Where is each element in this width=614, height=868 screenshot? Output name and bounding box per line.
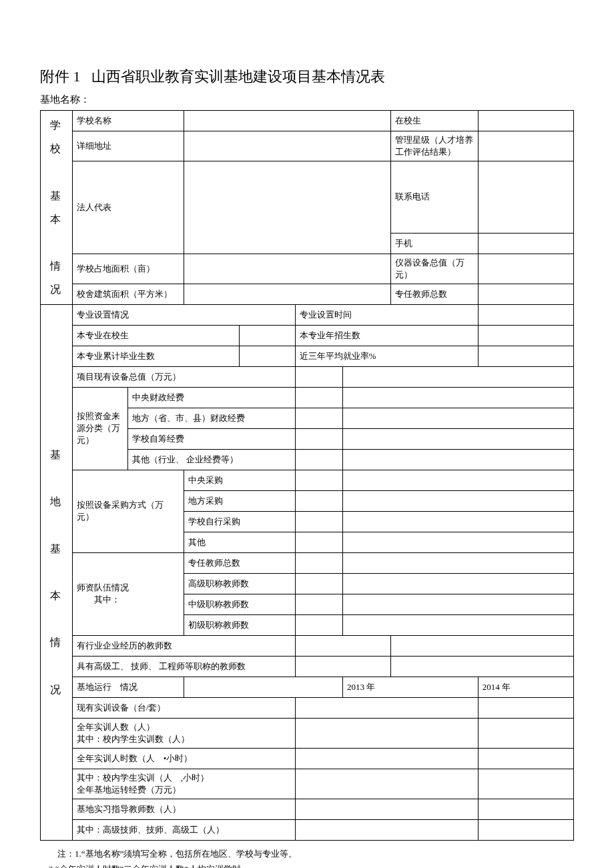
value-purchase-school2[interactable] — [343, 511, 574, 532]
section-base-basic: 基地基本情况 — [41, 304, 73, 840]
label-purchase-school: 学校自行采购 — [184, 511, 295, 532]
label-t-industry: 有行业企业经历的教师数 — [72, 635, 295, 656]
label-school-name: 学校名称 — [72, 111, 184, 131]
value-train-in-hours-y2[interactable] — [478, 769, 573, 799]
value-t-mid[interactable] — [295, 594, 343, 614]
value-t-senior[interactable] — [295, 573, 343, 594]
label-guide-senior: 其中：高级技师、技师、高级工（人） — [72, 819, 295, 840]
value-fund-school[interactable] — [295, 428, 343, 449]
label-fulltime-teachers: 专任教师总数 — [390, 284, 478, 304]
label-year1: 2013 年 — [343, 677, 479, 697]
label-t-mid: 中级职称教师数 — [184, 594, 295, 614]
label-fund-local: 地方（省、市、县）财政经费 — [128, 408, 295, 428]
base-name-label: 基地名称： — [40, 93, 574, 106]
label-guide-teachers: 基地实习指导教师数（人） — [72, 799, 295, 819]
value-train-people-y1[interactable] — [295, 718, 478, 748]
value-school-name[interactable] — [184, 111, 390, 131]
label-mgmt-star: 管理星级（人才培养工作评估结果） — [390, 131, 478, 161]
label-train-people: 全年实训人数（人） 其中：校内学生实训数（人） — [72, 718, 295, 748]
value-t-mid2[interactable] — [343, 594, 574, 614]
value-building-area[interactable] — [184, 284, 390, 304]
label-faculty: 师资队伍情况 其中： — [72, 552, 184, 635]
value-t-fulltime[interactable] — [295, 552, 343, 573]
value-train-hours-y2[interactable] — [478, 748, 573, 769]
value-purchase-other[interactable] — [295, 532, 343, 552]
title-prefix: 附件 1 — [40, 68, 81, 85]
value-fulltime-teachers[interactable] — [478, 284, 573, 304]
label-year2: 2014 年 — [478, 677, 573, 697]
value-t-junior2[interactable] — [343, 614, 574, 635]
value-legal-rep[interactable] — [184, 161, 390, 254]
label-purchase-central: 中央采购 — [184, 470, 295, 490]
value-t-fulltime2[interactable] — [343, 552, 574, 573]
value-land-area[interactable] — [184, 254, 390, 284]
value-fund-other[interactable] — [295, 449, 343, 470]
label-fund-other: 其他（行业、 企业经费等） — [128, 449, 295, 470]
value-purchase-local2[interactable] — [343, 490, 574, 511]
value-fund-central2[interactable] — [343, 387, 574, 408]
value-fund-local[interactable] — [295, 408, 343, 428]
value-purchase-other2[interactable] — [343, 532, 574, 552]
value-proj-equip-val[interactable] — [295, 366, 343, 387]
label-proj-equip-val: 项目现有设备总值（万元） — [72, 366, 295, 387]
label-fund-school: 学校自筹经费 — [128, 428, 295, 449]
value-equip-total[interactable] — [478, 254, 573, 284]
value-major-grad[interactable] — [240, 346, 295, 366]
label-fund-central: 中央财政经费 — [128, 387, 295, 408]
label-legal-rep: 法人代表 — [72, 161, 184, 254]
value-fund-local2[interactable] — [343, 408, 574, 428]
value-train-hours-y1[interactable] — [295, 748, 478, 769]
value-contact-tel[interactable] — [478, 161, 573, 234]
label-land-area: 学校占地面积（亩） — [72, 254, 184, 284]
value-t-skill[interactable] — [295, 656, 390, 677]
value-t-skill2[interactable] — [390, 656, 573, 677]
label-t-skill: 具有高级工、 技师、 工程师等职称的教师数 — [72, 656, 295, 677]
value-equip-sets-y2[interactable] — [478, 697, 573, 718]
label-major-recruit: 本专业年招生数 — [295, 325, 478, 346]
value-purchase-central[interactable] — [295, 470, 343, 490]
note-2: 2,“全年实训人时数”二全年实训人数*人均实训学时。 — [40, 861, 574, 868]
label-t-senior: 高级职称教师数 — [184, 573, 295, 594]
value-major-recruit[interactable] — [478, 325, 573, 346]
label-purchase-local: 地方采购 — [184, 490, 295, 511]
label-purchase-other: 其他 — [184, 532, 295, 552]
label-major-students: 本专业在校生 — [72, 325, 239, 346]
value-major-time[interactable] — [478, 304, 573, 325]
value-fund-other2[interactable] — [343, 449, 574, 470]
title-main: 山西省职业教育实训基地建设项目基本情况表 — [91, 68, 385, 85]
value-students-in[interactable] — [478, 111, 573, 131]
value-guide-senior-y1[interactable] — [295, 819, 478, 840]
value-t-industry[interactable] — [295, 635, 390, 656]
value-t-senior2[interactable] — [343, 573, 574, 594]
value-fund-central[interactable] — [295, 387, 343, 408]
value-guide-senior-y2[interactable] — [478, 819, 573, 840]
value-t-industry2[interactable] — [390, 635, 573, 656]
label-fund-source: 按照资金来源分类（万元） — [72, 387, 127, 470]
value-train-people-y2[interactable] — [478, 718, 573, 748]
value-purchase-central2[interactable] — [343, 470, 574, 490]
label-building-area: 校舍建筑面积（平方米） — [72, 284, 184, 304]
value-detail-addr[interactable] — [184, 131, 390, 161]
value-op-blank[interactable] — [184, 677, 342, 697]
value-mobile[interactable] — [478, 233, 573, 254]
main-table: 学校基本情况 学校名称 在校生 详细地址 管理星级（人才培养工作评估结果） 法人… — [40, 110, 574, 841]
label-major-grad: 本专业累计毕业生数 — [72, 346, 239, 366]
value-fund-school2[interactable] — [343, 428, 574, 449]
value-equip-sets-y1[interactable] — [295, 697, 478, 718]
value-avg-employ[interactable] — [478, 346, 573, 366]
label-t-fulltime: 专任教师总数 — [184, 552, 295, 573]
value-guide-teachers-y2[interactable] — [478, 799, 573, 819]
value-proj-equip-val2[interactable] — [343, 366, 574, 387]
value-mgmt-star[interactable] — [478, 131, 573, 161]
notes-block: 注：1.“基地名称”须填写全称，包括所在地区、学校与专业等。 2,“全年实训人时… — [40, 846, 574, 869]
value-t-junior[interactable] — [295, 614, 343, 635]
label-avg-employ: 近三年平均就业率% — [295, 346, 478, 366]
value-train-in-hours-y1[interactable] — [295, 769, 478, 799]
label-equip-sets: 现有实训设备（台/套） — [72, 697, 295, 718]
label-mobile: 手机 — [390, 233, 478, 254]
value-purchase-local[interactable] — [295, 490, 343, 511]
value-major-students[interactable] — [240, 325, 295, 346]
value-guide-teachers-y1[interactable] — [295, 799, 478, 819]
label-major-setting: 专业设置情况 — [72, 304, 295, 325]
value-purchase-school[interactable] — [295, 511, 343, 532]
